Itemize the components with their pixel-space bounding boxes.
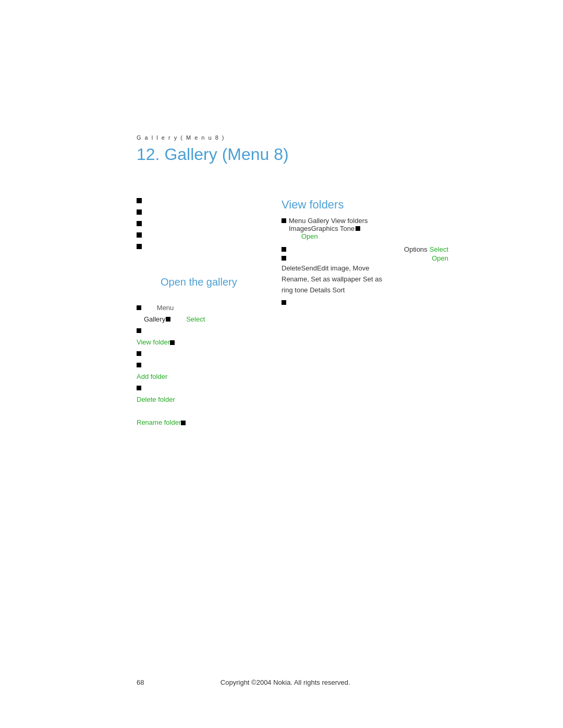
gallery-select-row: Gallery Select: [137, 314, 205, 324]
actions-block: DeleteSendEdit image, Move Rename, Set a…: [282, 263, 448, 295]
gallery-label: Gallery: [144, 315, 170, 323]
bullet-5: [137, 244, 142, 249]
sq-4: [137, 386, 141, 390]
sq-3: [137, 363, 141, 367]
chapter-title: 12. Gallery (Menu 8): [137, 145, 289, 164]
select-label-right: Select: [430, 245, 448, 253]
breadcrumb: G a l l e r y ( M e n u 8 ): [137, 134, 225, 141]
sq-row-3: [137, 360, 205, 370]
add-folder-link: Add folder: [137, 373, 167, 380]
actions-line1: DeleteSendEdit image, Move: [282, 263, 448, 274]
options-row: Options Select: [282, 245, 448, 253]
open-gallery-title: Open the gallery: [161, 276, 237, 288]
actions-line2: Rename, Set as wallpaper Set as: [282, 274, 448, 285]
view-folders-link: View folder: [137, 338, 175, 346]
sq-row-2: [137, 348, 205, 359]
page-number: 68: [137, 678, 144, 686]
left-col-items: Menu Gallery Select View folder Add fold…: [137, 302, 205, 428]
sq-right-2: [282, 247, 286, 252]
sq-2: [137, 351, 141, 356]
last-bullet-row: [282, 298, 448, 307]
path-items: ImagesGraphics Tone: [289, 225, 368, 232]
bullet-1: [137, 198, 142, 203]
page-container: G a l l e r y ( M e n u 8 ) 12. Gallery …: [0, 0, 563, 728]
footer: 68 Copyright ©2004 Nokia. All rights res…: [0, 678, 563, 686]
sq-row-1: [137, 325, 205, 336]
sq-menu: [137, 305, 141, 310]
rename-folder-row: Rename folder: [137, 417, 205, 427]
sq-right-3: [282, 256, 286, 261]
actions-line3: ring tone Details Sort: [282, 285, 448, 296]
delete-folder-row: Delete folder: [137, 394, 205, 404]
copyright-text: Copyright ©2004 Nokia. All rights reserv…: [221, 678, 350, 686]
left-bullets: [137, 198, 142, 249]
menu-row: Menu: [137, 302, 205, 313]
options-label: Options: [404, 245, 430, 253]
select-label: Select: [186, 315, 205, 323]
path-block: Menu Gallery View folders ImagesGraphics…: [289, 217, 368, 240]
open-label: Open: [301, 232, 368, 240]
sq-right-4: [282, 300, 286, 305]
bullet-3: [137, 221, 142, 226]
open-label-2: Open: [432, 254, 448, 262]
rename-folder-link: Rename folder: [137, 418, 186, 426]
view-folders-row: View folder: [137, 337, 205, 347]
sq-row-4: [137, 382, 205, 393]
sq-right-1: [282, 218, 286, 223]
add-folder-row: Add folder: [137, 371, 205, 381]
sq-1: [137, 328, 141, 333]
bullet-4: [137, 232, 142, 238]
open-row: Open: [282, 254, 448, 262]
view-folders-title: View folders: [282, 198, 448, 212]
delete-folder-link: Delete folder: [137, 396, 175, 403]
sq-right-inline: [356, 226, 360, 231]
right-section: View folders Menu Gallery View folders I…: [282, 198, 448, 307]
bullet-2: [137, 209, 142, 215]
path-text: Menu Gallery View folders: [289, 217, 368, 225]
right-path-row: Menu Gallery View folders ImagesGraphics…: [282, 217, 448, 240]
menu-label: Menu: [157, 304, 174, 312]
blank-line: [137, 405, 205, 416]
